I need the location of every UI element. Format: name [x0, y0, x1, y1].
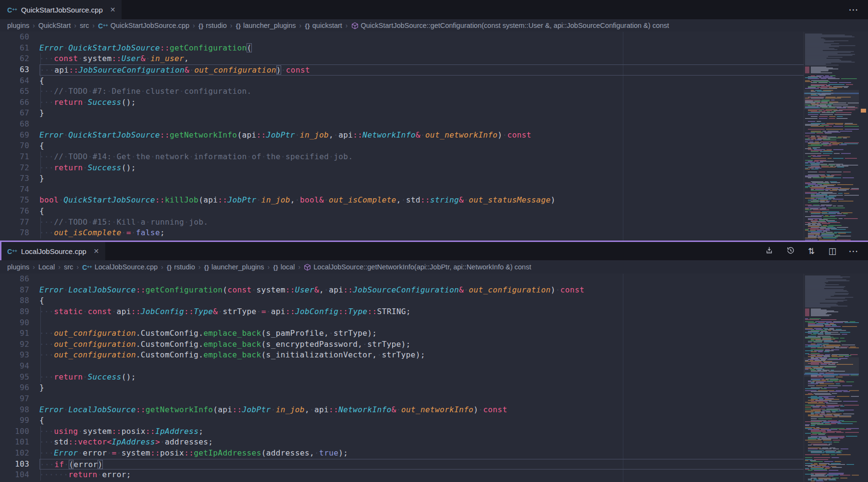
overview-ruler[interactable]: [858, 32, 868, 241]
code-line[interactable]: Error·QuickStartJobSource::getConfigurat…: [39, 43, 804, 54]
code-line[interactable]: {: [39, 295, 804, 306]
line-number: 96: [0, 382, 39, 393]
breadcrumb-label: plugins: [7, 22, 29, 29]
line-number: 104: [0, 469, 39, 481]
code-line[interactable]: [39, 32, 804, 43]
code-line[interactable]: [39, 317, 804, 329]
code-line[interactable]: ···//·TODO·#14:·Get·the·network·informat…: [39, 152, 804, 163]
breadcrumb-item[interactable]: C++QuickStartJobSource.cpp: [98, 22, 189, 29]
code-line[interactable]: ···Error·error·=·system::posix::getIpAdd…: [39, 448, 804, 459]
breadcrumb-item[interactable]: {}local: [273, 263, 295, 271]
split-sash[interactable]: [0, 241, 868, 242]
code-line[interactable]: ···if·(error): [39, 459, 804, 470]
close-tab-icon[interactable]: ✕: [94, 247, 99, 255]
line-number: 91: [0, 328, 39, 339]
code-line[interactable]: ···using·system::posix::IpAddress;: [39, 426, 804, 437]
editor-bottom[interactable]: 8687888990919293949596979899100101102103…: [0, 274, 868, 482]
line-number: 87: [0, 285, 39, 296]
code-line[interactable]: ···api::JobSourceConfiguration&·out_conf…: [39, 64, 804, 76]
code-line[interactable]: {: [39, 140, 804, 152]
namespace-icon: {}: [273, 264, 278, 271]
code-line[interactable]: ···out_configuration.CustomConfig.emplac…: [39, 350, 804, 361]
breadcrumb-item[interactable]: LocalJobSource::getNetworkInfo(api::JobP…: [304, 263, 531, 271]
breadcrumb-item[interactable]: QuickStartJobSource::getConfiguration(co…: [351, 22, 670, 29]
code-line[interactable]: Error·QuickStartJobSource::getNetworkInf…: [39, 130, 804, 141]
line-number: 67: [0, 108, 39, 119]
breadcrumb-item[interactable]: plugins: [7, 22, 29, 29]
code-area[interactable]: Error·QuickStartJobSource::getConfigurat…: [39, 32, 804, 239]
download-icon[interactable]: [764, 246, 774, 256]
cpp-file-icon: C++: [82, 264, 92, 271]
code-line[interactable]: Error·LocalJobSource::getNetworkInfo(api…: [39, 405, 804, 416]
breadcrumb-item[interactable]: {}quickstart: [305, 22, 342, 29]
tab-quickstartjobsource-cpp[interactable]: C++ QuickStartJobSource.cpp ✕: [0, 0, 122, 19]
breadcrumb-item[interactable]: Local: [38, 263, 55, 271]
compare-changes-icon[interactable]: ⇅: [806, 246, 816, 256]
line-number: 90: [0, 317, 39, 329]
breadcrumb-separator: ›: [74, 22, 76, 29]
code-line[interactable]: ···return·Success();: [39, 163, 804, 174]
code-line[interactable]: Error·LocalJobSource::getConfiguration(c…: [39, 285, 804, 296]
code-line[interactable]: ···std::vector<IpAddress>·addresses;: [39, 437, 804, 448]
overview-change-marker: [861, 109, 866, 113]
breadcrumb-item[interactable]: C++LocalJobSource.cpp: [82, 263, 158, 271]
breadcrumb-item[interactable]: src: [80, 22, 89, 29]
more-actions-icon[interactable]: ⋯: [849, 246, 858, 256]
code-line[interactable]: }: [39, 173, 804, 184]
code-line[interactable]: {: [39, 206, 804, 217]
breadcrumb-label: LocalJobSource.cpp: [95, 263, 158, 271]
code-line[interactable]: {: [39, 415, 804, 426]
code-line[interactable]: [39, 184, 804, 195]
tab-localjobsource-cpp[interactable]: C++ LocalJobSource.cpp ✕: [0, 242, 105, 260]
code-line[interactable]: ···out_isComplete·=·false;: [39, 228, 804, 239]
tab-label: QuickStartJobSource.cpp: [21, 6, 103, 14]
split-editor-icon[interactable]: ◫: [828, 246, 837, 256]
line-number: 73: [0, 173, 39, 184]
code-line[interactable]: ···//·TODO·#7:·Define·cluster·configurat…: [39, 86, 804, 97]
line-number: 102: [0, 448, 39, 459]
code-line[interactable]: ···out_configuration.CustomConfig.emplac…: [39, 328, 804, 339]
code-line[interactable]: ···static·const·api::JobConfig::Type&·st…: [39, 306, 804, 317]
line-number: 77: [0, 217, 39, 228]
close-tab-icon[interactable]: ✕: [110, 6, 116, 13]
breadcrumb-item[interactable]: plugins: [7, 263, 29, 271]
code-line[interactable]: ···//·TODO·#15:·Kill·a·running·job.: [39, 217, 804, 228]
breadcrumb-label: QuickStartJobSource.cpp: [111, 22, 189, 29]
breadcrumb-item[interactable]: {}rstudio: [167, 263, 195, 271]
tab-bar-bottom: C++ LocalJobSource.cpp ✕ ⇅◫⋯: [0, 242, 868, 260]
code-line[interactable]: ···return·Success();: [39, 97, 804, 108]
breadcrumb-separator: ›: [33, 263, 35, 271]
minimap[interactable]: [804, 32, 859, 241]
breadcrumb-separator: ›: [161, 263, 163, 271]
breadcrumb-item[interactable]: src: [64, 263, 73, 271]
line-number: 66: [0, 97, 39, 108]
breadcrumb-label: rstudio: [206, 22, 227, 29]
breadcrumb-item[interactable]: QuickStart: [38, 22, 71, 29]
code-line[interactable]: [39, 393, 804, 405]
code-line[interactable]: }: [39, 108, 804, 119]
code-area[interactable]: Error·LocalJobSource::getConfiguration(c…: [39, 274, 804, 481]
method-symbol-icon: [304, 264, 311, 271]
breadcrumb-item[interactable]: {}rstudio: [198, 22, 227, 29]
minimap[interactable]: [804, 274, 859, 482]
code-line[interactable]: }: [39, 382, 804, 393]
breadcrumb-item[interactable]: {}launcher_plugins: [204, 263, 264, 271]
code-line[interactable]: [39, 361, 804, 372]
more-actions-icon[interactable]: ⋯: [849, 5, 858, 14]
line-number: 74: [0, 184, 39, 195]
code-line[interactable]: ···out_configuration.CustomConfig.emplac…: [39, 339, 804, 350]
code-line[interactable]: ···return·Success();: [39, 372, 804, 383]
breadcrumb-label: LocalJobSource::getNetworkInfo(api::JobP…: [313, 263, 531, 271]
code-line[interactable]: ···const·system::User&·in_user,: [39, 53, 804, 64]
code-line[interactable]: ······return·error;: [39, 469, 804, 481]
code-line[interactable]: [39, 274, 804, 285]
namespace-icon: {}: [305, 22, 310, 29]
code-line[interactable]: [39, 119, 804, 130]
editor-top[interactable]: 60616263646566676869707172737475767778 E…: [0, 32, 868, 241]
overview-ruler[interactable]: [858, 274, 868, 482]
timeline-history-icon[interactable]: [785, 246, 795, 256]
code-line[interactable]: bool·QuickStartJobSource::killJob(api::J…: [39, 195, 804, 206]
code-line[interactable]: {: [39, 76, 804, 87]
breadcrumb-separator: ›: [346, 22, 348, 29]
breadcrumb-item[interactable]: {}launcher_plugins: [236, 22, 296, 29]
